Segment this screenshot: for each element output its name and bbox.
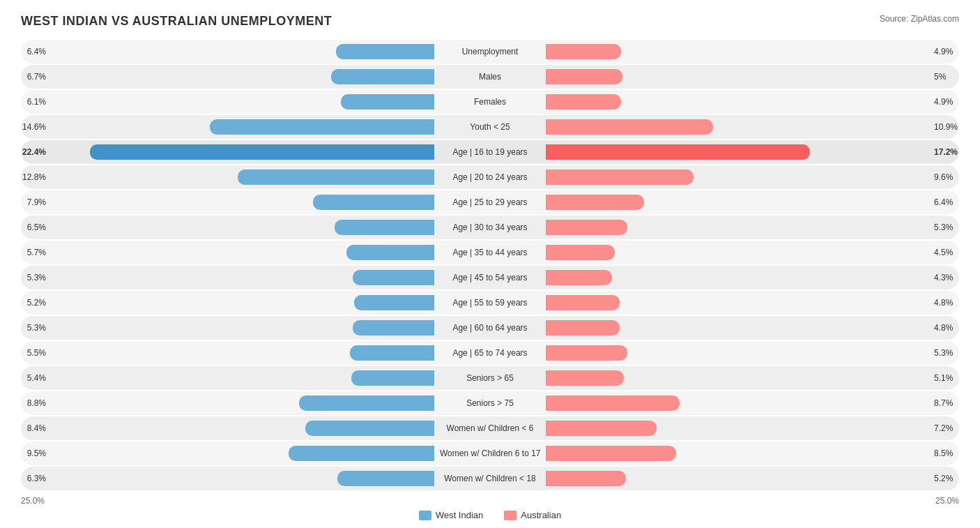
bar-label: Age | 16 to 19 years (434, 147, 546, 157)
right-bar-wrap (546, 421, 930, 436)
legend-pink-color (504, 511, 516, 520)
bar-label: Women w/ Children < 18 (434, 474, 546, 483)
right-bar-wrap (546, 169, 930, 185)
bar-row: 22.4% Age | 16 to 19 years 17.2% (21, 140, 959, 164)
bar-label: Women w/ Children < 6 (434, 423, 546, 433)
right-value: 10.9% (930, 122, 959, 132)
left-value: 5.5% (21, 348, 50, 358)
right-value: 8.5% (930, 448, 959, 458)
left-value: 6.3% (21, 474, 50, 483)
bar-pink (546, 471, 626, 486)
right-bar-wrap (546, 370, 930, 386)
right-section: 4.8% (546, 295, 959, 310)
bar-pink (546, 245, 615, 260)
legend-west-indian-label: West Indian (436, 510, 483, 520)
left-value: 6.4% (21, 47, 50, 56)
right-bar-wrap (546, 195, 930, 210)
bar-blue (354, 295, 434, 310)
right-value: 4.5% (930, 248, 959, 257)
bar-pink (546, 421, 657, 436)
bar-pink (546, 195, 644, 210)
left-value: 5.2% (21, 298, 50, 308)
right-bar-wrap (546, 94, 930, 110)
bar-label: Age | 55 to 59 years (434, 298, 546, 308)
bar-blue (289, 446, 434, 461)
right-value: 4.8% (930, 298, 959, 308)
bar-pink (546, 446, 676, 461)
right-bar-wrap (546, 44, 930, 59)
bar-label: Age | 60 to 64 years (434, 323, 546, 333)
bar-row: 6.1% Females 4.9% (21, 90, 959, 114)
bar-blue (210, 119, 434, 135)
legend: West Indian Australian (21, 510, 959, 520)
bar-row: 5.4% Seniors > 65 5.1% (21, 366, 959, 390)
left-bar-wrap (50, 144, 434, 160)
left-section: 6.7% (21, 69, 434, 84)
left-value: 5.4% (21, 373, 50, 383)
bar-pink (546, 44, 621, 59)
right-section: 4.8% (546, 320, 959, 335)
left-bar-wrap (50, 395, 434, 411)
chart-title: West Indian vs Australian Unemployment (21, 14, 332, 29)
left-section: 9.5% (21, 446, 434, 461)
bar-pink (546, 220, 627, 235)
left-value: 6.7% (21, 72, 50, 82)
bar-label: Males (434, 72, 546, 82)
bar-row: 5.3% Age | 45 to 54 years 4.3% (21, 266, 959, 289)
left-bar-wrap (50, 270, 434, 285)
left-bar-wrap (50, 169, 434, 185)
bar-row: 6.3% Women w/ Children < 18 5.2% (21, 467, 959, 490)
left-bar-wrap (50, 119, 434, 135)
left-section: 6.5% (21, 220, 434, 235)
left-section: 5.2% (21, 295, 434, 310)
bar-pink (546, 345, 627, 361)
right-section: 17.2% (546, 144, 959, 160)
left-value: 6.5% (21, 222, 50, 232)
bar-row: 9.5% Women w/ Children 6 to 17 8.5% (21, 442, 959, 465)
chart-container: West Indian vs Australian Unemployment S… (0, 0, 980, 528)
right-section: 9.6% (546, 169, 959, 185)
bar-label: Age | 45 to 54 years (434, 273, 546, 282)
bar-label: Unemployment (434, 47, 546, 56)
bar-row: 12.8% Age | 20 to 24 years 9.6% (21, 165, 959, 189)
bar-label: Age | 65 to 74 years (434, 348, 546, 358)
bar-blue (299, 395, 434, 411)
left-value: 8.8% (21, 398, 50, 408)
right-value: 7.2% (930, 423, 959, 433)
right-value: 9.6% (930, 172, 959, 182)
right-bar-wrap (546, 295, 930, 310)
right-section: 5.2% (546, 471, 959, 486)
left-section: 6.4% (21, 44, 434, 59)
right-bar-wrap (546, 245, 930, 260)
legend-australian: Australian (504, 510, 561, 520)
left-bar-wrap (50, 345, 434, 361)
left-section: 7.9% (21, 195, 434, 210)
chart-body: 6.4% Unemployment 4.9% 6.7% Males 5% (21, 40, 959, 490)
right-section: 5.3% (546, 220, 959, 235)
bar-row: 5.5% Age | 65 to 74 years 5.3% (21, 341, 959, 365)
right-section: 4.9% (546, 94, 959, 110)
bar-pink (546, 169, 694, 185)
bar-pink (546, 94, 621, 110)
left-value: 5.3% (21, 273, 50, 282)
left-section: 6.1% (21, 94, 434, 110)
bar-row: 14.6% Youth < 25 10.9% (21, 115, 959, 139)
left-section: 5.3% (21, 270, 434, 285)
axis-row: 25.0% 25.0% (21, 496, 959, 506)
bar-row: 5.7% Age | 35 to 44 years 4.5% (21, 241, 959, 264)
bar-pink (546, 69, 622, 84)
left-value: 9.5% (21, 448, 50, 458)
right-value: 4.3% (930, 273, 959, 282)
right-bar-wrap (546, 446, 930, 461)
left-value: 6.1% (21, 97, 50, 107)
bar-blue (351, 370, 434, 386)
left-section: 5.4% (21, 370, 434, 386)
bar-pink (546, 119, 713, 135)
right-section: 5.3% (546, 345, 959, 361)
right-section: 8.7% (546, 395, 959, 411)
left-bar-wrap (50, 245, 434, 260)
bar-row: 6.4% Unemployment 4.9% (21, 40, 959, 63)
right-section: 5% (546, 69, 959, 84)
bar-blue (335, 220, 434, 235)
bar-blue (341, 94, 434, 110)
